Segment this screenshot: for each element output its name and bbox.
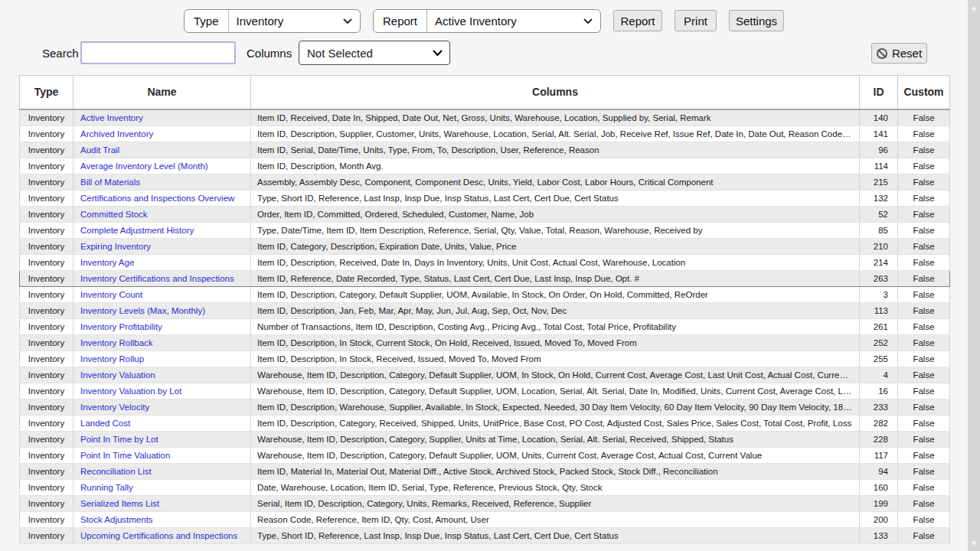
row-id-cell: 96 (860, 142, 898, 158)
settings-button[interactable]: Settings (729, 10, 784, 31)
row-name-cell: Inventory Valuation (74, 367, 251, 383)
scroll-down-icon[interactable]: ▼ (968, 537, 980, 549)
table-row[interactable]: InventoryReconciliation ListItem ID, Mat… (20, 463, 950, 479)
report-name-link[interactable]: Inventory Levels (Max, Monthly) (80, 306, 205, 315)
report-name-link[interactable]: Active Inventory (80, 113, 143, 122)
columns-select[interactable]: Not Selected (299, 41, 450, 65)
table-row[interactable]: InventoryCommitted StockOrder, Item ID, … (20, 206, 950, 222)
row-custom-cell: False (898, 495, 950, 511)
table-row[interactable]: InventoryAudit TrailItem ID, Serial, Dat… (20, 142, 950, 158)
report-name-link[interactable]: Landed Cost (80, 419, 130, 428)
report-select[interactable]: Report Active Inventory (373, 9, 601, 33)
report-name-link[interactable]: Reconciliation List (80, 467, 152, 476)
type-select-value: Inventory (229, 15, 343, 28)
row-name-cell: Reconciliation List (74, 463, 251, 479)
report-name-link[interactable]: Upcoming Certifications and Inspections (80, 531, 237, 540)
report-name-link[interactable]: Inventory Rollback (80, 338, 153, 347)
reset-button[interactable]: Reset (871, 43, 927, 64)
row-custom-cell: False (898, 126, 950, 142)
report-table-body: InventoryActive InventoryItem ID, Receiv… (20, 109, 950, 544)
row-custom-cell: False (898, 367, 950, 383)
table-row[interactable]: InventoryExpiring InventoryItem ID, Cate… (20, 238, 950, 254)
report-name-link[interactable]: Bill of Materials (80, 178, 140, 187)
row-columns-cell: Warehouse, Item ID, Description, Categor… (251, 431, 860, 447)
table-row[interactable]: InventoryInventory Levels (Max, Monthly)… (20, 302, 950, 318)
column-header-name[interactable]: Name (74, 76, 251, 109)
table-row[interactable]: InventoryInventory RollupItem ID, Descri… (20, 350, 950, 367)
row-type-cell: Inventory (20, 109, 74, 126)
table-row[interactable]: InventoryLanded CostItem ID, Description… (20, 415, 950, 431)
report-name-link[interactable]: Certifications and Inspections Overview (80, 194, 234, 203)
table-row[interactable]: InventoryInventory RollbackItem ID, Desc… (20, 334, 950, 350)
report-name-link[interactable]: Inventory Valuation by Lot (80, 386, 181, 396)
report-name-link[interactable]: Stock Adjustments (80, 515, 153, 524)
row-name-cell: Inventory Valuation by Lot (74, 383, 251, 399)
row-custom-cell: False (898, 190, 950, 206)
row-name-cell: Audit Trail (74, 142, 251, 158)
table-row[interactable]: InventoryAverage Inventory Level (Month)… (20, 158, 950, 174)
row-name-cell: Inventory Count (74, 286, 251, 302)
prohibition-icon (877, 48, 887, 59)
row-name-cell: Inventory Rollup (74, 350, 251, 367)
row-type-cell: Inventory (20, 254, 74, 270)
row-custom-cell: False (898, 302, 950, 318)
report-name-link[interactable]: Average Inventory Level (Month) (80, 161, 208, 171)
report-name-link[interactable]: Running Tally (80, 483, 133, 492)
reports-table: Type Name Columns ID Custom InventoryAct… (19, 75, 950, 544)
table-row[interactable]: InventoryInventory VelocityItem ID, Desc… (20, 399, 950, 415)
type-select[interactable]: Type Inventory (184, 9, 361, 33)
report-name-link[interactable]: Inventory Valuation (80, 370, 155, 380)
table-row[interactable]: InventoryInventory ProfitabilityNumber o… (20, 318, 950, 334)
report-name-link[interactable]: Point In Time Valuation (80, 451, 170, 460)
column-header-type[interactable]: Type (20, 76, 74, 109)
table-row[interactable]: InventoryBill of MaterialsAssembly, Asse… (20, 174, 950, 190)
report-name-link[interactable]: Inventory Velocity (80, 403, 149, 412)
report-name-link[interactable]: Inventory Profitability (80, 322, 162, 331)
report-name-link[interactable]: Audit Trail (80, 145, 119, 155)
scroll-up-icon[interactable]: ▲ (968, 2, 980, 14)
vertical-scrollbar[interactable]: ▲ ▼ (968, 0, 980, 551)
report-name-link[interactable]: Archived Inventory (80, 129, 153, 139)
search-input[interactable] (80, 41, 236, 64)
row-id-cell: 199 (860, 495, 898, 511)
report-name-link[interactable]: Point In Time by Lot (80, 435, 158, 444)
table-row[interactable]: InventoryInventory ValuationWarehouse, I… (20, 367, 950, 383)
report-name-link[interactable]: Complete Adjustment History (80, 226, 194, 235)
table-row[interactable]: InventoryCertifications and Inspections … (20, 190, 950, 206)
row-custom-cell: False (898, 463, 950, 479)
report-name-link[interactable]: Committed Stock (80, 210, 148, 219)
table-row[interactable]: InventoryInventory Certifications and In… (20, 270, 950, 286)
table-row[interactable]: InventoryPoint In Time ValuationWarehous… (20, 447, 950, 463)
column-header-custom[interactable]: Custom (898, 76, 950, 109)
row-type-cell: Inventory (20, 190, 74, 206)
table-row[interactable]: InventoryInventory CountItem ID, Descrip… (20, 286, 950, 302)
table-row[interactable]: InventoryStock AdjustmentsReason Code, R… (20, 511, 950, 527)
table-row[interactable]: InventoryInventory Valuation by LotWareh… (20, 383, 950, 399)
report-name-link[interactable]: Expiring Inventory (80, 242, 151, 251)
table-row[interactable]: InventoryUpcoming Certifications and Ins… (20, 527, 950, 543)
row-name-cell: Certifications and Inspections Overview (74, 190, 251, 206)
row-columns-cell: Item ID, Description, Received, Date In,… (251, 254, 860, 270)
report-name-link[interactable]: Inventory Count (80, 290, 142, 299)
row-name-cell: Inventory Certifications and Inspections (74, 270, 251, 286)
report-name-link[interactable]: Inventory Rollup (80, 354, 144, 364)
row-custom-cell: False (898, 254, 950, 270)
table-row[interactable]: InventoryActive InventoryItem ID, Receiv… (20, 109, 950, 126)
report-name-link[interactable]: Inventory Certifications and Inspections (80, 274, 234, 283)
report-name-link[interactable]: Inventory Age (80, 258, 134, 267)
table-row[interactable]: InventoryComplete Adjustment HistoryType… (20, 222, 950, 238)
table-row[interactable]: InventoryPoint In Time by LotWarehouse, … (20, 431, 950, 447)
table-row[interactable]: InventoryInventory AgeItem ID, Descripti… (20, 254, 950, 270)
column-header-columns[interactable]: Columns (251, 76, 860, 109)
search-label: Search (42, 47, 79, 60)
column-header-id[interactable]: ID (860, 76, 898, 109)
table-row[interactable]: InventoryRunning TallyDate, Warehouse, L… (20, 479, 950, 495)
print-button[interactable]: Print (675, 10, 717, 31)
report-button[interactable]: Report (613, 10, 662, 31)
reset-button-label: Reset (892, 47, 922, 60)
table-row[interactable]: InventoryArchived InventoryItem ID, Desc… (20, 126, 950, 142)
row-name-cell: Inventory Rollback (74, 334, 251, 350)
row-name-cell: Complete Adjustment History (74, 222, 251, 238)
table-row[interactable]: InventorySerialized Items ListSerial, It… (20, 495, 950, 511)
report-name-link[interactable]: Serialized Items List (80, 499, 159, 508)
